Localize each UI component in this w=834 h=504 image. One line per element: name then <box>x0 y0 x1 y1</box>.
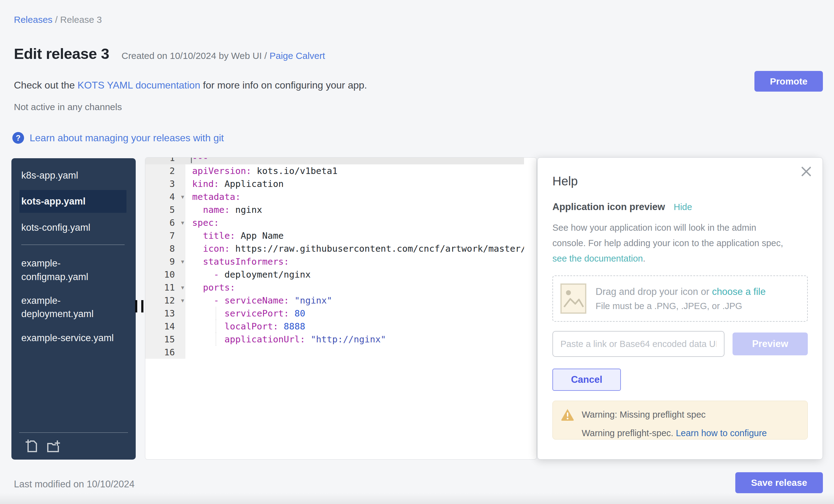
line-number: 9▾ <box>145 255 185 268</box>
file-name: example- configmap.yaml <box>21 258 88 282</box>
code-line[interactable]: 13 servicePort: 80 <box>145 307 524 320</box>
see-documentation-link[interactable]: see the documentation <box>552 254 643 263</box>
code-text: - serviceName: "nginx" <box>185 294 524 307</box>
preview-button[interactable]: Preview <box>732 332 808 355</box>
description-period: . <box>643 254 645 263</box>
file-name: example- deployment.yaml <box>21 295 93 319</box>
file-group-divider <box>21 245 125 245</box>
code-text: --- <box>185 157 524 165</box>
save-release-button[interactable]: Save release <box>735 472 823 493</box>
add-file-button[interactable] <box>25 439 40 454</box>
code-line[interactable]: 3kind: Application <box>145 177 524 190</box>
created-meta: Created on 10/10/2024 by Web UI / Paige … <box>122 50 325 61</box>
drop-zone-text: Drag and drop your icon or choose a file… <box>596 286 766 311</box>
code-line[interactable]: 2apiVersion: kots.io/v1beta1 <box>145 165 524 177</box>
line-number: 12▾ <box>145 294 185 307</box>
file-tree-item[interactable]: kots-app.yaml <box>19 190 127 213</box>
git-help-row: ? Learn about managing your releases wit… <box>12 132 224 144</box>
code-text: statusInformers: <box>185 255 524 268</box>
icon-url-input[interactable] <box>552 331 725 357</box>
fold-arrow-icon[interactable]: ▾ <box>181 255 184 268</box>
add-file-icon <box>25 439 40 454</box>
cancel-button[interactable]: Cancel <box>552 369 621 391</box>
line-number: 16 <box>145 346 185 359</box>
line-number: 11▾ <box>145 281 185 294</box>
resize-grip-bar <box>141 300 144 312</box>
file-tree-item[interactable]: example-service.yaml <box>19 329 127 347</box>
breadcrumb-releases-link[interactable]: Releases <box>14 15 52 25</box>
line-number: 3 <box>145 177 185 190</box>
resize-grip-bar <box>135 300 137 312</box>
code-line[interactable]: 15 applicationUrl: "http://nginx" <box>145 333 524 346</box>
code-text: spec: <box>185 216 524 229</box>
pane-resize-handle-left[interactable] <box>135 300 144 312</box>
file-tree-item[interactable]: k8s-app.yaml <box>19 166 127 184</box>
code-line[interactable]: 6▾spec: <box>145 216 524 229</box>
add-folder-button[interactable] <box>46 439 61 454</box>
code-line[interactable]: 9▾ statusInformers: <box>145 255 524 268</box>
learn-how-to-configure-link[interactable]: Learn how to configure <box>676 428 767 438</box>
channel-status: Not active in any channels <box>14 102 122 112</box>
code-line[interactable]: 10 - deployment/nginx <box>145 268 524 281</box>
warning-title: Warning: Missing preflight spec <box>582 410 706 420</box>
code-line[interactable]: 7 title: App Name <box>145 229 524 242</box>
line-number: 6▾ <box>145 216 185 229</box>
created-author-link[interactable]: Paige Calvert <box>269 50 325 61</box>
code-line[interactable]: 5 name: nginx <box>145 203 524 216</box>
warning-triangle-icon <box>561 409 574 421</box>
choose-file-link[interactable]: choose a file <box>712 286 766 297</box>
docs-hint-prefix: Check out the <box>14 80 78 91</box>
title-row: Edit release 3 Created on 10/10/2024 by … <box>14 45 325 62</box>
code-line[interactable]: 16 <box>145 346 524 359</box>
icon-preview-description: See how your application icon will look … <box>552 220 808 266</box>
fold-arrow-icon[interactable]: ▾ <box>181 281 184 294</box>
icon-drop-zone[interactable]: Drag and drop your icon or choose a file… <box>552 276 808 322</box>
line-number: 13 <box>145 307 185 320</box>
icon-preview-section-header: Application icon preview Hide <box>552 201 808 213</box>
docs-hint-suffix: for more info on configuring your app. <box>200 80 367 91</box>
file-tree-item[interactable]: example- deployment.yaml <box>19 291 127 323</box>
code-text: kind: Application <box>185 177 524 190</box>
code-line[interactable]: 11▾ ports: <box>145 281 524 294</box>
file-list: k8s-app.yamlkots-app.yamlkots-config.yam… <box>12 158 136 347</box>
file-requirements: File must be a .PNG, .JPEG, or .JPG <box>596 301 766 311</box>
bottom-fade <box>0 493 834 504</box>
promote-button[interactable]: Promote <box>754 71 823 92</box>
file-tree-item[interactable]: example- configmap.yaml <box>19 254 127 286</box>
fold-arrow-icon[interactable]: ▾ <box>181 294 184 307</box>
line-number: 15 <box>145 333 185 346</box>
code-line[interactable]: 14 localPort: 8888 <box>145 320 524 333</box>
file-tree-item[interactable]: kots-config.yaml <box>19 218 127 237</box>
file-tree-sidebar: k8s-app.yamlkots-app.yamlkots-config.yam… <box>12 158 136 460</box>
code-line[interactable]: 1--- <box>145 157 524 165</box>
fold-arrow-icon[interactable]: ▾ <box>181 216 184 229</box>
breadcrumb: Releases / Release 3 <box>14 15 102 25</box>
line-number: 1 <box>145 157 185 165</box>
kots-yaml-docs-link[interactable]: KOTS YAML documentation <box>78 80 200 91</box>
close-icon[interactable] <box>800 166 812 177</box>
code-line[interactable]: 8 icon: https://raw.githubusercontent.co… <box>145 242 524 255</box>
code-text: applicationUrl: "http://nginx" <box>185 333 524 346</box>
file-name: kots-config.yaml <box>21 222 90 233</box>
code-text: metadata: <box>185 190 524 203</box>
description-line: console. For help adding your icon to th… <box>552 235 808 251</box>
git-releases-link[interactable]: Learn about managing your releases with … <box>29 132 224 144</box>
code-text: localPort: 8888 <box>185 320 524 333</box>
warning-detail: Warning preflight-spec. Learn how to con… <box>561 428 799 438</box>
line-number: 8 <box>145 242 185 255</box>
code-line[interactable]: 4▾metadata: <box>145 190 524 203</box>
fold-arrow-icon[interactable]: ▾ <box>181 190 184 203</box>
docs-hint-line: Check out the KOTS YAML documentation fo… <box>14 80 367 91</box>
line-number: 5 <box>145 203 185 216</box>
page-title: Edit release 3 <box>14 45 109 62</box>
line-number: 10 <box>145 268 185 281</box>
description-line: see the documentation. <box>552 251 808 266</box>
code-line[interactable]: 12▾ - serviceName: "nginx" <box>145 294 524 307</box>
yaml-editor[interactable]: 1---2apiVersion: kots.io/v1beta13kind: A… <box>145 157 537 460</box>
help-panel: Help Application icon preview Hide See h… <box>537 157 823 460</box>
code-text: icon: https://raw.githubusercontent.com/… <box>185 242 524 255</box>
question-mark-icon[interactable]: ? <box>12 132 24 144</box>
line-number: 4▾ <box>145 190 185 203</box>
icon-url-row: Preview <box>552 331 808 357</box>
hide-link[interactable]: Hide <box>674 202 692 212</box>
